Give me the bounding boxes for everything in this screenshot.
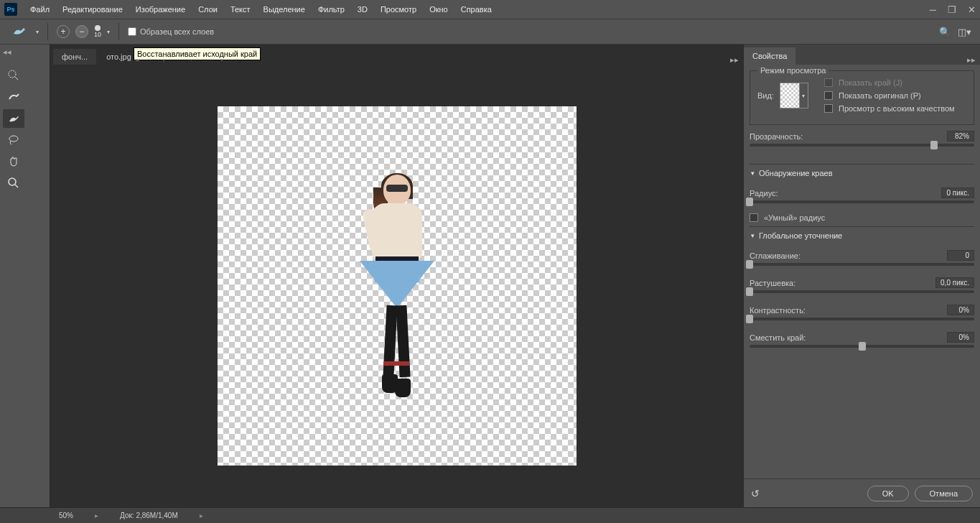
menu-view[interactable]: Просмотр xyxy=(375,2,422,17)
menu-image[interactable]: Изображение xyxy=(130,2,191,17)
menu-edit[interactable]: Редактирование xyxy=(57,2,129,17)
zoom-tool[interactable] xyxy=(3,174,24,193)
smooth-label: Сглаживание: xyxy=(750,251,801,260)
minimize-icon[interactable]: ─ xyxy=(930,4,936,15)
canvas[interactable] xyxy=(218,106,577,466)
zoom-level[interactable]: 50% xyxy=(59,512,73,519)
cancel-button[interactable]: Отмена xyxy=(915,486,973,501)
panel-expand-icon[interactable]: ▸▸ xyxy=(967,55,976,65)
title-bar: Ps Файл Редактирование Изображение Слои … xyxy=(0,0,980,19)
smart-radius-label: «Умный» радиус xyxy=(764,213,825,222)
smooth-slider[interactable] xyxy=(750,263,974,266)
svg-point-1 xyxy=(9,136,18,142)
smooth-value[interactable]: 0 xyxy=(947,250,974,261)
brush-dropdown-icon[interactable]: ▾ xyxy=(107,29,110,35)
view-mode-group: Режим просмотра Вид: ▾ Показать край (J)… xyxy=(750,70,974,125)
tabs-overflow-icon[interactable]: ▸▸ xyxy=(730,55,739,65)
collapse-left-icon[interactable]: ◂◂ xyxy=(3,47,11,57)
workspace-icon[interactable]: ◫▾ xyxy=(958,27,971,37)
radius-value[interactable]: 0 пикс. xyxy=(941,188,974,198)
view-label: Вид: xyxy=(757,91,774,100)
doc-info-arrow-icon[interactable]: ▸ xyxy=(200,512,203,519)
brush-size-preset[interactable]: 10 xyxy=(94,25,101,38)
menu-file[interactable]: Файл xyxy=(24,2,55,17)
contrast-slider[interactable] xyxy=(750,318,974,320)
view-thumbnail[interactable] xyxy=(780,83,800,108)
zoom-arrow-icon[interactable]: ▸ xyxy=(95,512,98,519)
show-edge-checkbox xyxy=(824,78,833,87)
document-area: фонч... ото.jpg @ 50% (Слой 0, RGB/8*) *… xyxy=(50,45,743,507)
tab-1-label: фонч... xyxy=(62,52,88,61)
menu-help[interactable]: Справка xyxy=(455,2,498,17)
radius-label: Радиус: xyxy=(750,189,778,198)
view-thumbnail-dropdown[interactable]: ▾ xyxy=(800,83,808,108)
feather-label: Растушевка: xyxy=(750,279,795,287)
high-quality-checkbox[interactable] xyxy=(824,104,833,113)
transparency-value[interactable]: 82% xyxy=(947,131,974,142)
contrast-value[interactable]: 0% xyxy=(947,305,974,315)
maximize-icon[interactable]: ❐ xyxy=(948,4,956,15)
quick-select-tool[interactable] xyxy=(3,66,24,85)
doc-size: Док: 2,86M/1,40M xyxy=(120,512,178,519)
image-subject xyxy=(358,175,437,397)
ok-button[interactable]: OK xyxy=(867,486,909,501)
subtract-mode-button[interactable]: − xyxy=(75,25,88,38)
menu-text[interactable]: Текст xyxy=(225,2,256,17)
svg-point-2 xyxy=(9,178,16,185)
options-bar: ▾ + − 10 ▾ Образец всех слоев 🔍 ◫▾ xyxy=(0,19,980,45)
main-menu: Файл Редактирование Изображение Слои Тек… xyxy=(24,2,498,17)
feather-slider[interactable] xyxy=(750,290,974,293)
panel-tabbar: Свойства ▸▸ xyxy=(744,45,980,65)
tooltip: Восстанавливает исходный край xyxy=(134,47,261,60)
edge-detection-title: Обнаружение краев xyxy=(759,169,833,177)
chevron-down-icon: ▾ xyxy=(751,170,755,177)
transparency-slider[interactable] xyxy=(750,144,974,147)
smart-radius-checkbox[interactable] xyxy=(750,213,758,222)
shift-edge-label: Сместить край: xyxy=(750,333,806,342)
menu-filter[interactable]: Фильтр xyxy=(312,2,350,17)
status-bar: 50% ▸ Док: 2,86M/1,40M ▸ xyxy=(0,507,980,523)
show-original-checkbox[interactable] xyxy=(824,91,833,100)
sample-all-label: Образец всех слоев xyxy=(140,27,214,36)
left-toolbar: ◂◂ xyxy=(0,45,50,507)
global-refine-section[interactable]: ▾ Глобальное уточнение xyxy=(750,226,974,244)
window-controls: ─ ❐ ✕ xyxy=(930,4,976,15)
menu-select[interactable]: Выделение xyxy=(258,2,311,17)
menu-window[interactable]: Окно xyxy=(424,2,454,17)
search-icon[interactable]: 🔍 xyxy=(939,27,951,37)
transparency-label: Прозрачность: xyxy=(750,132,803,141)
panel-footer: ↺ OK Отмена xyxy=(744,478,980,507)
add-mode-button[interactable]: + xyxy=(57,25,70,38)
chevron-down-icon: ▾ xyxy=(751,232,755,239)
edge-detection-section[interactable]: ▾ Обнаружение краев xyxy=(750,164,974,182)
dropdown-icon[interactable]: ▾ xyxy=(36,29,39,35)
document-tab-1[interactable]: фонч... xyxy=(53,49,96,65)
shift-edge-value[interactable]: 0% xyxy=(947,332,974,343)
canvas-viewport[interactable] xyxy=(50,65,743,507)
document-tabs: фонч... ото.jpg @ 50% (Слой 0, RGB/8*) *… xyxy=(50,45,743,65)
refine-brush-tool[interactable] xyxy=(3,88,24,106)
show-original-label: Показать оригинал (P) xyxy=(839,91,921,100)
feather-value[interactable]: 0,0 пикс. xyxy=(935,277,974,288)
high-quality-label: Просмотр с высоким качеством xyxy=(839,104,955,113)
brush-tool[interactable] xyxy=(3,109,24,128)
menu-3d[interactable]: 3D xyxy=(352,2,373,17)
reset-button[interactable]: ↺ xyxy=(751,488,760,499)
sample-all-input[interactable] xyxy=(128,27,136,36)
show-edge-label: Показать край (J) xyxy=(839,78,902,87)
app-logo: Ps xyxy=(4,3,17,16)
contrast-label: Контрастность: xyxy=(750,306,806,315)
menu-layers[interactable]: Слои xyxy=(192,2,223,17)
radius-slider[interactable] xyxy=(750,200,974,203)
sample-all-layers-checkbox[interactable]: Образец всех слоев xyxy=(128,27,214,36)
view-mode-title: Режим просмотра xyxy=(757,66,829,75)
hand-tool[interactable] xyxy=(3,152,24,171)
current-tool-icon[interactable] xyxy=(9,23,30,40)
close-icon[interactable]: ✕ xyxy=(968,4,976,15)
lasso-tool[interactable] xyxy=(3,131,24,149)
shift-edge-slider[interactable] xyxy=(750,345,974,348)
properties-panel: Свойства ▸▸ Режим просмотра Вид: ▾ Показ… xyxy=(743,45,980,507)
global-refine-title: Глобальное уточнение xyxy=(759,231,842,240)
properties-tab[interactable]: Свойства xyxy=(744,47,795,65)
